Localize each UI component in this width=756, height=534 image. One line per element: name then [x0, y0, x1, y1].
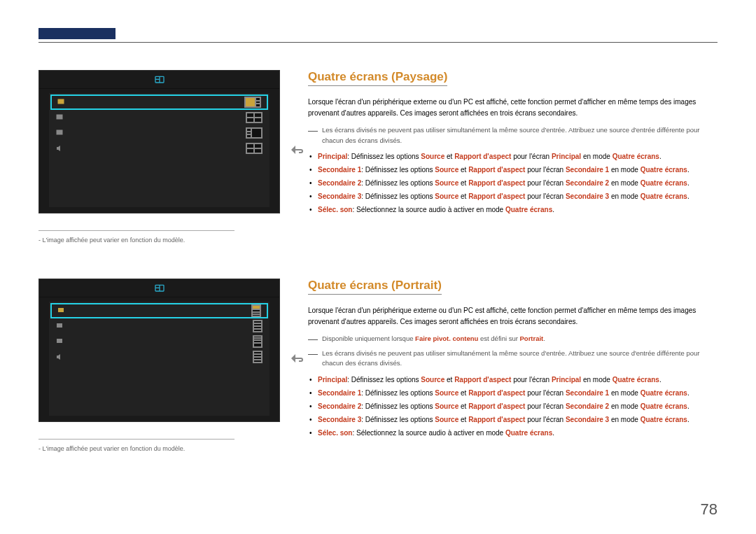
- menu-panel: [49, 93, 270, 207]
- return-icon: [289, 143, 306, 160]
- note-portrait-0: ―Disponible uniquement lorsque Faire piv…: [308, 334, 718, 344]
- menu-row-3[interactable]: [50, 125, 268, 141]
- layout-thumb-1: [251, 304, 261, 317]
- screen-icon: [56, 114, 63, 121]
- menu-row-1[interactable]: [50, 303, 268, 318]
- svg-rect-3: [58, 99, 64, 104]
- screen-icon: [56, 323, 63, 330]
- menu-row-3[interactable]: [50, 334, 268, 349]
- bullet-item: Secondaire 3: Définissez les options Sou…: [318, 190, 718, 203]
- bullets-paysage: Principal: Définissez les options Source…: [308, 150, 718, 216]
- menu-row-2[interactable]: [50, 318, 268, 334]
- page-content: - L'image affichée peut varier en foncti…: [38, 70, 718, 513]
- menu-row-1[interactable]: [50, 94, 268, 110]
- page-number: 78: [701, 500, 718, 519]
- section-portrait-right: Quatre écrans (Portrait) Lorsque l'écran…: [308, 279, 718, 452]
- bullet-item: Secondaire 1: Définissez les options Sou…: [318, 386, 718, 400]
- note-portrait-1: ―Les écrans divisés ne peuvent pas utili…: [308, 349, 718, 369]
- screen-icon: [56, 129, 63, 136]
- bullet-item: Secondaire 2: Définissez les options Sou…: [318, 400, 718, 413]
- section-paysage: - L'image affichée peut varier en foncti…: [38, 70, 718, 244]
- bullet-item: Secondaire 3: Définissez les options Sou…: [318, 413, 718, 426]
- heading-portrait-text: Quatre écrans (Portrait): [308, 279, 442, 295]
- caption-text: L'image affichée peut varier en fonction…: [43, 445, 186, 452]
- note-paysage-1: ―Les écrans divisés ne peuvent pas utili…: [308, 125, 718, 146]
- bullet-item: Secondaire 1: Définissez les options Sou…: [318, 163, 718, 176]
- bullet-item: Secondaire 2: Définissez les options Sou…: [318, 176, 718, 190]
- return-icon: [289, 351, 306, 368]
- menu-panel: [49, 302, 270, 416]
- caption-line: - L'image affichée peut varier en foncti…: [38, 237, 280, 244]
- header-accent-bar: [38, 28, 115, 39]
- intro-portrait: Lorsque l'écran d'un périphérique extern…: [308, 305, 718, 327]
- screen-icon: [57, 99, 64, 106]
- section-portrait: - L'image affichée peut varier en foncti…: [38, 279, 718, 452]
- svg-rect-5: [57, 130, 62, 134]
- screenshot-title-icon: [39, 71, 279, 89]
- svg-rect-4: [57, 115, 62, 119]
- screenshot-paysage: [38, 70, 280, 213]
- header-rule: [38, 42, 718, 43]
- layout-thumb-2: [246, 112, 262, 123]
- layout-thumb-4: [253, 351, 262, 363]
- caption-rule: [38, 439, 234, 440]
- section-paysage-right: Quatre écrans (Paysage) Lorsque l'écran …: [308, 70, 718, 244]
- svg-rect-12: [57, 339, 62, 343]
- screenshot-portrait: [38, 279, 280, 422]
- bullets-portrait: Principal: Définissez les options Source…: [308, 373, 718, 440]
- svg-rect-11: [57, 323, 62, 328]
- screenshot-title-icon: [39, 279, 279, 297]
- intro-paysage: Lorsque l'écran d'un périphérique extern…: [308, 97, 718, 118]
- layout-thumb-3: [253, 335, 262, 348]
- menu-row-4[interactable]: [50, 141, 268, 156]
- heading-paysage-text: Quatre écrans (Paysage): [308, 70, 447, 86]
- note-paysage-1-text: Les écrans divisés ne peuvent pas utilis…: [322, 125, 718, 146]
- section-portrait-left: - L'image affichée peut varier en foncti…: [38, 279, 280, 452]
- bullet-item: Sélec. son: Sélectionnez la source audio…: [318, 426, 718, 440]
- layout-thumb-4: [246, 143, 262, 154]
- layout-thumb-3: [246, 127, 262, 139]
- layout-thumb-2: [253, 320, 262, 332]
- layout-thumb-1: [244, 97, 261, 108]
- heading-portrait: Quatre écrans (Portrait): [308, 279, 718, 295]
- menu-row-2[interactable]: [50, 110, 268, 125]
- heading-paysage: Quatre écrans (Paysage): [308, 70, 718, 86]
- caption-text: L'image affichée peut varier en fonction…: [43, 237, 186, 244]
- bullet-item: Principal: Définissez les options Source…: [318, 150, 718, 163]
- screen-icon: [57, 307, 64, 314]
- bullet-item: Principal: Définissez les options Source…: [318, 373, 718, 386]
- sound-icon: [56, 145, 63, 152]
- caption-rule: [38, 230, 234, 231]
- screen-icon: [56, 338, 63, 345]
- bullet-item: Sélec. son: Sélectionnez la source audio…: [318, 203, 718, 216]
- svg-marker-13: [57, 354, 60, 360]
- sound-icon: [56, 353, 63, 360]
- svg-marker-6: [57, 146, 60, 151]
- caption-line: - L'image affichée peut varier en foncti…: [38, 445, 280, 452]
- section-paysage-left: - L'image affichée peut varier en foncti…: [38, 70, 280, 244]
- note-portrait-1-text: Les écrans divisés ne peuvent pas utilis…: [322, 349, 718, 369]
- menu-row-4[interactable]: [50, 349, 268, 365]
- svg-rect-10: [58, 308, 64, 312]
- note-portrait-0-text: Disponible uniquement lorsque Faire pivo…: [322, 334, 545, 344]
